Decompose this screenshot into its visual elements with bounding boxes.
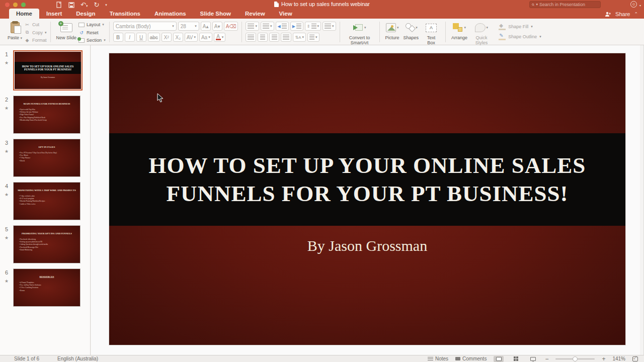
slide-thumbnail[interactable]: HOW TO SET UP YOUR ONLINE SALES FUNNELS … (13, 50, 83, 90)
search-scope-caret[interactable]: ▾ (536, 3, 538, 7)
zoom-percentage[interactable]: 141% (612, 356, 625, 361)
shape-outline-button[interactable]: Shape Outline ▾ (499, 33, 541, 40)
font-name-select[interactable]: Cambria (Body)▾ (113, 22, 177, 31)
copy-button[interactable]: ⧉Copy ▾ (24, 29, 47, 36)
paste-button[interactable]: Paste ▾ (6, 21, 24, 41)
tab-view[interactable]: View (272, 9, 299, 19)
format-painter-button[interactable]: ◆Format (24, 37, 47, 44)
slide-subtitle[interactable]: By Jason Grossman (109, 237, 625, 254)
smartart-icon (353, 23, 363, 32)
zoom-slider[interactable] (555, 358, 595, 359)
slide-number: 4 (5, 183, 8, 189)
titlebar: ↶▾ ↻ ▾ How to set up sales funnels webin… (0, 0, 644, 19)
tab-design[interactable]: Design (69, 9, 102, 19)
change-case-button[interactable]: Aa▾ (199, 33, 212, 42)
thumb-subtitle: By Jason Grossman (15, 76, 81, 78)
slide-number: 2 (5, 97, 8, 103)
thumb-content-title: PROMOTING YOUR OPT INS AND FUNNELS (14, 232, 80, 235)
slideshow-icon (530, 357, 536, 361)
text-direction-button[interactable]: ⇅A▾ (293, 33, 306, 42)
slide-counter: Slide 1 of 6 (14, 356, 39, 361)
slide-thumbnail[interactable]: OPT IN PAGES OPT IN PAGES • Free PT Sess… (13, 139, 80, 177)
reset-button[interactable]: ↺Reset (78, 29, 106, 36)
increase-indent-button[interactable]: ▶ (290, 22, 303, 31)
tab-animations[interactable]: Animations (147, 9, 193, 19)
paragraph-group: ▾ ▾ ◀ ▶ ⇕▾ ▾ ⇅A▾ ▾ (243, 21, 338, 43)
slide-thumbnail-row: 3 ★ OPT IN PAGES OPT IN PAGES • Free PT … (0, 139, 90, 177)
align-text-button[interactable]: ▾ (307, 33, 319, 42)
picture-button[interactable]: ▾ Picture (383, 21, 401, 41)
layout-button[interactable]: Layout ▾ (78, 21, 106, 28)
increase-font-button[interactable]: A▴ (201, 22, 211, 31)
decrease-indent-button[interactable]: ◀ (276, 22, 289, 31)
align-center-button[interactable] (258, 33, 268, 42)
fit-slide-icon[interactable] (632, 356, 638, 361)
subscript-button[interactable]: X₂ (173, 33, 183, 42)
shapes-button[interactable]: ▾ Shapes (401, 21, 421, 41)
cut-button[interactable]: ✂Cut (24, 21, 47, 28)
slide-thumbnail[interactable]: MAIN FUNNELS FOR FITNESS BUSINESS MAIN F… (13, 96, 80, 134)
slide-title[interactable]: HOW TO SET UP YOUR ONLINE SALES FUNNELS … (109, 151, 625, 208)
clear-formatting-button[interactable]: A⌫ (224, 22, 238, 31)
zoom-slider-knob[interactable] (573, 356, 578, 361)
notes-toggle[interactable]: Notes (428, 356, 448, 361)
search-box[interactable]: ▾ (529, 1, 601, 8)
underline-button[interactable]: U (136, 33, 146, 42)
text-box-button[interactable]: A Text Box (421, 21, 442, 46)
align-right-button[interactable] (269, 33, 279, 42)
search-input[interactable] (539, 2, 598, 7)
collapse-ribbon-icon[interactable]: ⌃ (634, 12, 638, 17)
zoom-in-button[interactable]: + (602, 355, 605, 362)
thumb-content-title: OPT IN PAGES (14, 146, 80, 148)
line-spacing-button[interactable]: ⇕▾ (305, 22, 321, 31)
italic-button[interactable]: I (125, 33, 135, 42)
share-person-icon (605, 12, 611, 17)
slide-thumbnail[interactable]: PROMOTING YOUR OPT INS AND FUNNELS PROMO… (13, 225, 80, 263)
zoom-out-button[interactable]: − (545, 355, 548, 362)
numbering-button[interactable]: ▾ (261, 22, 274, 31)
columns-button[interactable]: ▾ (323, 22, 336, 31)
tab-review[interactable]: Review (238, 9, 272, 19)
decrease-font-button[interactable]: A▾ (212, 22, 222, 31)
slide-thumbnail[interactable]: MONETIZING WITH A TRIP WIRE AND PRODUCTS… (13, 182, 80, 220)
slide-thumbnail[interactable]: RESOURCES RESOURCES • 4 Funnel Templates… (13, 268, 80, 307)
quick-styles-button[interactable]: ▾ Quick Styles (469, 21, 494, 46)
layout-icon (78, 23, 85, 27)
bullets-button[interactable]: ▾ (246, 22, 259, 31)
current-slide[interactable]: HOW TO SET UP YOUR ONLINE SALES FUNNELS … (109, 53, 625, 345)
comments-toggle[interactable]: Comments (455, 356, 487, 361)
bold-button[interactable]: B (113, 33, 123, 42)
transition-star-icon: ★ (5, 106, 9, 111)
tab-transitions[interactable]: Transitions (103, 9, 147, 19)
reset-icon: ↺ (78, 30, 85, 35)
transition-star-icon: ★ (5, 235, 9, 240)
align-left-button[interactable] (246, 33, 256, 42)
feedback-caret-icon[interactable]: ▾ (639, 4, 641, 7)
arrange-button[interactable]: ▾ Arrange (449, 21, 469, 41)
tab-insert[interactable]: Insert (39, 9, 69, 19)
normal-view-button[interactable] (494, 356, 504, 362)
new-slide-icon: + (60, 23, 72, 32)
convert-to-smartart-button[interactable]: ▾ Convert to SmartArt (344, 21, 376, 46)
section-button[interactable]: Section ▾ (78, 37, 106, 44)
thumb-bullet-list: • 4 Funnel Templates• Free 14 Day Trial … (19, 281, 78, 292)
tab-slide-show[interactable]: Slide Show (193, 9, 238, 19)
justify-button[interactable] (281, 33, 291, 42)
shape-outline-icon (499, 34, 506, 40)
feedback-smiley-icon[interactable]: ☺ (630, 1, 637, 8)
slide-canvas[interactable]: HOW TO SET UP YOUR ONLINE SALES FUNNELS … (91, 45, 644, 355)
share-button[interactable]: Share (615, 11, 630, 17)
shape-fill-button[interactable]: Shape Fill ▾ (499, 23, 541, 30)
language-indicator[interactable]: English (Australia) (57, 356, 98, 361)
character-spacing-button[interactable]: AV▾ (185, 33, 198, 42)
slideshow-button[interactable] (528, 356, 538, 362)
font-size-select[interactable]: 28▾ (178, 22, 199, 31)
tab-home[interactable]: Home (9, 9, 39, 19)
slide-sorter-button[interactable] (511, 356, 521, 362)
superscript-button[interactable]: X² (162, 33, 172, 42)
font-color-button[interactable]: A▾ (214, 33, 226, 42)
slide-number: 1 (5, 51, 8, 57)
strikethrough-button[interactable]: abc (148, 33, 160, 42)
new-slide-button[interactable]: + New Slide (54, 21, 79, 41)
thumb-content-title: RESOURCES (14, 276, 80, 278)
